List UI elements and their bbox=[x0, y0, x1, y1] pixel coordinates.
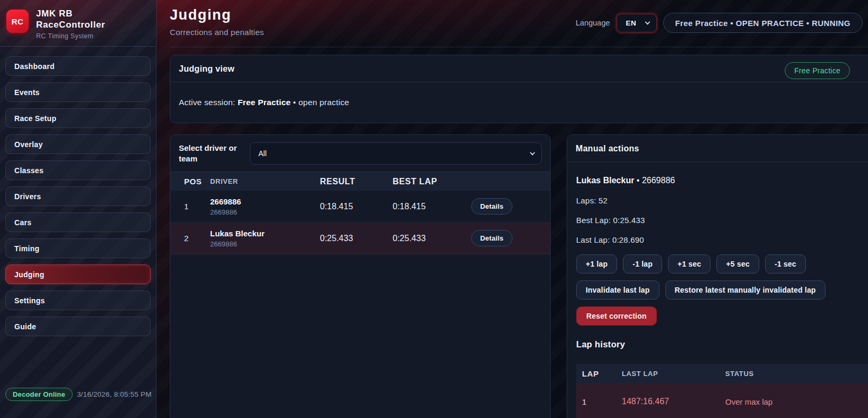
best-lap-line: Best Lap: 0:25.433 bbox=[576, 216, 868, 225]
sidebar-nav: Dashboard Events Race Setup Overlay Clas… bbox=[0, 47, 156, 336]
app-root: RC JMK RB RaceController RC Timing Syste… bbox=[0, 0, 868, 418]
language-value: EN bbox=[626, 19, 637, 27]
row-best-lap: 0:18.415 bbox=[393, 202, 471, 211]
brand-logo-icon: RC bbox=[6, 10, 29, 33]
chevron-down-icon bbox=[530, 150, 535, 156]
lap-history-table: LAP LAST LAP STATUS 1 1487:16.467 Over m… bbox=[576, 364, 868, 418]
last-lap-line: Last Lap: 0:28.690 bbox=[576, 235, 868, 244]
lap-history-row[interactable]: 1 1487:16.467 Over max lap bbox=[576, 383, 868, 418]
manual-actions-body: Lukas Bleckur • 2669886 Laps: 52 Best La… bbox=[567, 162, 868, 418]
lap-history-header: LAP LAST LAP STATUS bbox=[576, 364, 868, 383]
header-controls: Language EN Free Practice • OPEN PRACTIC… bbox=[576, 13, 863, 33]
header-divider bbox=[170, 47, 868, 47]
brand-title-line1: JMK RB bbox=[36, 8, 105, 20]
driver-table-header: POS DRIVER RESULT BEST LAP bbox=[170, 172, 550, 191]
plus-1-sec-button[interactable]: +1 sec bbox=[668, 254, 710, 274]
manual-actions-title: Manual actions bbox=[567, 135, 868, 162]
quick-action-buttons: +1 lap -1 lap +1 sec +5 sec -1 sec bbox=[576, 254, 868, 274]
status-timestamp: 3/16/2026, 8:05:55 PM bbox=[77, 390, 152, 398]
sidebar-item-overlay[interactable]: Overlay bbox=[5, 134, 151, 154]
details-button[interactable]: Details bbox=[471, 198, 513, 215]
col-status: STATUS bbox=[725, 370, 868, 378]
col-pos: POS bbox=[170, 177, 210, 186]
lap-status: Over max lap bbox=[725, 397, 868, 406]
driver-select[interactable]: All bbox=[250, 142, 542, 165]
invalidate-last-lap-button[interactable]: Invalidate last lap bbox=[576, 280, 659, 300]
row-driver: 2669886 2669886 bbox=[210, 197, 320, 216]
sidebar-item-cars[interactable]: Cars bbox=[5, 212, 151, 232]
table-row[interactable]: 1 2669886 2669886 0:18.415 0:18.415 Deta… bbox=[170, 191, 550, 223]
sidebar-item-guide[interactable]: Guide bbox=[5, 317, 151, 336]
row-pos: 1 bbox=[170, 202, 210, 211]
driver-select-label: Select driver or team bbox=[179, 143, 245, 165]
sidebar-item-drivers[interactable]: Drivers bbox=[5, 186, 151, 206]
col-lap: LAP bbox=[576, 369, 622, 378]
language-select[interactable]: EN bbox=[617, 14, 657, 32]
driver-name: Lukas Bleckur bbox=[210, 229, 320, 238]
driver-select-value: All bbox=[258, 149, 267, 158]
sidebar-item-timing[interactable]: Timing bbox=[5, 238, 151, 258]
reset-correction-button[interactable]: Reset correction bbox=[576, 306, 657, 326]
col-driver: DRIVER bbox=[210, 177, 320, 185]
plus-1-lap-button[interactable]: +1 lap bbox=[576, 254, 617, 274]
selected-driver-name: Lukas Bleckur bbox=[576, 176, 634, 185]
brand-title: JMK RB RaceController bbox=[36, 8, 105, 30]
sidebar-status: Decoder Online 3/16/2026, 8:05:55 PM bbox=[5, 388, 152, 401]
restore-invalidated-lap-button[interactable]: Restore latest manually invalidated lap bbox=[665, 280, 826, 300]
selected-driver-line: Lukas Bleckur • 2669886 bbox=[576, 176, 868, 185]
panels-row: Select driver or team All POS DRIVER RES… bbox=[170, 134, 868, 418]
plus-5-sec-button[interactable]: +5 sec bbox=[716, 254, 759, 274]
judging-view-title: Judging view bbox=[170, 55, 868, 82]
col-last-lap: LAST LAP bbox=[622, 370, 725, 378]
sidebar-item-race-setup[interactable]: Race Setup bbox=[5, 108, 151, 128]
row-result: 0:25.433 bbox=[320, 234, 393, 243]
brand-text: JMK RB RaceController RC Timing System bbox=[36, 8, 105, 40]
sidebar-item-classes[interactable]: Classes bbox=[5, 160, 151, 180]
driver-number: 2669886 bbox=[210, 208, 320, 216]
active-session-suffix: • open practice bbox=[291, 98, 349, 107]
row-result: 0:18.415 bbox=[320, 202, 393, 211]
minus-1-sec-button[interactable]: -1 sec bbox=[765, 254, 806, 274]
laps-line: Laps: 52 bbox=[576, 196, 868, 205]
sidebar-item-dashboard[interactable]: Dashboard bbox=[5, 56, 151, 76]
judging-view-panel: Judging view Free Practice Active sessio… bbox=[170, 55, 868, 123]
lap-validation-buttons: Invalidate last lap Restore latest manua… bbox=[576, 280, 868, 300]
sidebar-item-judging[interactable]: Judging bbox=[5, 265, 151, 284]
driver-select-row: Select driver or team All bbox=[170, 135, 550, 172]
driver-number: 2669886 bbox=[210, 240, 320, 248]
row-best-lap: 0:25.433 bbox=[393, 234, 471, 243]
row-actions: Details bbox=[471, 230, 550, 246]
table-row[interactable]: 2 Lukas Bleckur 2669886 0:25.433 0:25.43… bbox=[170, 223, 550, 254]
active-session-line: Active session: Free Practice • open pra… bbox=[170, 82, 868, 123]
brand-header: RC JMK RB RaceController RC Timing Syste… bbox=[0, 0, 156, 47]
lap-time: 1487:16.467 bbox=[622, 397, 725, 406]
free-practice-badge: Free Practice bbox=[785, 62, 850, 79]
details-button[interactable]: Details bbox=[471, 230, 513, 246]
col-best-lap: BEST LAP bbox=[393, 177, 471, 186]
active-session-name: Free Practice bbox=[238, 98, 291, 107]
language-label: Language bbox=[576, 19, 610, 27]
driver-separator: • bbox=[634, 176, 642, 185]
session-status-badge: Free Practice • OPEN PRACTICE • RUNNING bbox=[663, 13, 863, 33]
row-pos: 2 bbox=[170, 234, 210, 243]
decoder-status-badge: Decoder Online bbox=[5, 388, 73, 401]
sidebar-item-settings[interactable]: Settings bbox=[5, 291, 151, 310]
driver-name: 2669886 bbox=[210, 197, 320, 206]
lap-number: 1 bbox=[576, 397, 622, 406]
active-session-prefix: Active session: bbox=[179, 98, 238, 107]
brand-subtitle: RC Timing System bbox=[36, 32, 105, 40]
row-driver: Lukas Bleckur 2669886 bbox=[210, 229, 320, 248]
minus-1-lap-button[interactable]: -1 lap bbox=[623, 254, 662, 274]
brand-title-line2: RaceController bbox=[36, 20, 105, 31]
col-result: RESULT bbox=[320, 177, 393, 186]
chevron-down-icon bbox=[645, 20, 650, 25]
lap-history-title: Lap history bbox=[576, 339, 868, 349]
sidebar-item-events[interactable]: Events bbox=[5, 82, 151, 102]
main-content: Judging Corrections and penalties Langua… bbox=[170, 0, 868, 418]
driver-panel: Select driver or team All POS DRIVER RES… bbox=[170, 134, 551, 418]
sidebar: RC JMK RB RaceController RC Timing Syste… bbox=[0, 0, 157, 418]
row-actions: Details bbox=[471, 198, 550, 215]
selected-driver-number: 2669886 bbox=[642, 176, 675, 185]
manual-actions-panel: Manual actions Lukas Bleckur • 2669886 L… bbox=[567, 134, 868, 418]
